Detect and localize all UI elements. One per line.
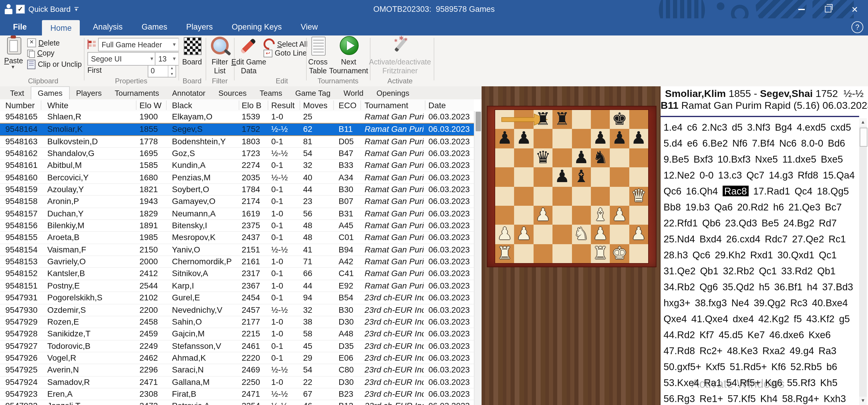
move-token[interactable]: Kh4 [760, 393, 778, 404]
move-token[interactable]: 5.d4 [663, 138, 682, 148]
filter-list-button[interactable]: FilterList [212, 58, 228, 76]
table-row[interactable]: 9547929Rozen,E2458Sahin,O21771-038D3023r… [0, 316, 474, 328]
goto-line-button[interactable]: ↩Goto Line [264, 49, 307, 57]
spinner-arrows[interactable]: ▲▼ [168, 66, 176, 77]
board-square-e1[interactable] [572, 244, 591, 263]
edit-game-data-button[interactable]: Edit GameData [231, 58, 266, 76]
white-pawn-a2[interactable]: ♟ [495, 225, 514, 244]
move-token[interactable]: 45.d5 [718, 329, 743, 340]
board-square-c2[interactable] [533, 225, 553, 244]
move-token[interactable]: Bxe5 [821, 154, 843, 164]
board-square-d6[interactable] [553, 148, 572, 168]
move-token[interactable]: Rxd1 [750, 250, 773, 260]
move-token[interactable]: 18.Qg5 [817, 186, 849, 196]
move-token[interactable]: Kf6 [771, 361, 786, 372]
move-token[interactable]: hxg3+ [663, 297, 690, 308]
table-row[interactable]: 9548157Duchan,Y1829Neumann,A16191-056B31… [0, 208, 474, 220]
move-token[interactable]: Be5 [762, 218, 779, 228]
board-square-g5[interactable] [610, 167, 629, 186]
chess-board[interactable]: ♜♜♚♟♟♟♟♟♛♟♞♟♝♛♟♝♟♟♟♞♟♟♜♜♚ [495, 109, 649, 264]
move-token[interactable]: b6 [826, 361, 837, 372]
current-move[interactable]: Rac8 [722, 186, 749, 196]
move-token[interactable]: 39.Qg2 [754, 297, 785, 308]
board-square-h3[interactable] [629, 206, 648, 225]
column-header-elo-w[interactable]: Elo W [140, 99, 162, 111]
view-tab-annotator[interactable]: Annotator [166, 86, 212, 99]
board-square-c5[interactable] [533, 167, 553, 186]
move-token[interactable]: 20.Rd2 [737, 202, 769, 212]
move-token[interactable]: Bd6 [828, 138, 845, 148]
table-row[interactable]: 9548163Bulkovstein,D1778Bodenshtein,Y180… [0, 136, 474, 148]
move-token[interactable]: Bc7 [825, 202, 842, 212]
move-token[interactable]: 55.Rf3 [787, 377, 816, 388]
table-row[interactable]: 9547924Samadov,R2471Gallana,M22501-022D3… [0, 376, 474, 388]
font-name-combobox[interactable]: Segoe UI▼ [88, 52, 157, 66]
move-token[interactable]: 49.g4 [790, 345, 814, 356]
table-row[interactable]: 9547923Eren,A2308Firat,B2471½-½67B2323rd… [0, 388, 474, 401]
black-knight-f6[interactable]: ♞ [591, 148, 610, 168]
menu-tab-analysis[interactable]: Analysis [84, 18, 132, 35]
white-knight-e2[interactable]: ♞ [572, 225, 591, 244]
move-token[interactable]: d5 [732, 122, 743, 133]
white-pawn-f2[interactable]: ♟ [591, 225, 610, 244]
board-square-h1[interactable] [629, 244, 648, 263]
move-token[interactable]: 4.exd5 [797, 122, 826, 133]
column-header-white[interactable]: White [47, 99, 68, 111]
move-token[interactable]: 33.Rd2 [781, 265, 812, 276]
move-token[interactable]: Rdc7 [765, 234, 788, 244]
table-row[interactable]: 9547922Janzelj,T2472Petrovic,A2254½-½46B… [0, 401, 474, 405]
board-square-e3[interactable] [572, 206, 591, 225]
restore-button[interactable] [815, 0, 841, 18]
move-token[interactable]: 56.Rg3 [663, 393, 695, 404]
move-token[interactable]: 42.Kg2 [758, 313, 789, 324]
move-token[interactable]: Bxf3 [693, 154, 713, 164]
move-token[interactable]: 16.Qh4 [686, 186, 718, 196]
move-token[interactable]: Qc7 [746, 170, 764, 180]
table-scrollbar-thumb[interactable] [476, 112, 481, 131]
black-rook-c8[interactable]: ♜ [533, 110, 553, 129]
move-token[interactable]: Qc1 [819, 250, 837, 260]
move-token[interactable]: h6 [773, 202, 784, 212]
move-token[interactable]: Qg6 [700, 282, 718, 292]
board-square-g4[interactable] [610, 186, 629, 206]
table-row[interactable]: 9548154Vaisman,F2150Yaniv,O2151½-½41B94R… [0, 244, 474, 256]
board-square-b1[interactable] [514, 244, 533, 263]
board-square-a3[interactable] [495, 206, 514, 225]
move-token[interactable]: 36.Bf1 [774, 282, 802, 292]
move-token[interactable]: Kh5 [820, 377, 838, 388]
move-token[interactable]: 27.Qe2 [792, 234, 824, 244]
move-token[interactable]: f5 [794, 313, 802, 324]
move-token[interactable]: 52.Rb5 [790, 361, 822, 372]
board-square-h5[interactable] [629, 167, 648, 186]
board-square-d1[interactable] [553, 244, 572, 263]
move-token[interactable]: Kg6 [765, 377, 783, 388]
scroll-down-icon[interactable]: ▼ [859, 397, 867, 405]
move-token[interactable]: 48.Ke3 [727, 345, 758, 356]
board-square-a8[interactable] [495, 110, 514, 129]
table-row[interactable]: 9548158Aronin,P1943Gamayev,O21740-123B07… [0, 196, 474, 208]
view-tab-games[interactable]: Games [31, 86, 70, 99]
board-square-b6[interactable] [514, 148, 533, 168]
black-bishop-e5[interactable]: ♝ [572, 167, 591, 186]
column-header-date[interactable]: Date [428, 99, 446, 111]
table-row[interactable]: 9548156Bilenkiy,M1891Bitensky,I23750-148… [0, 220, 474, 232]
move-token[interactable]: 53.Kxe4 [663, 377, 699, 388]
board-square-f4[interactable] [591, 186, 610, 206]
table-row[interactable]: 9547931Pogorelskikh,S2102Gurel,E24540-19… [0, 292, 474, 304]
board-square-f8[interactable] [591, 110, 610, 129]
move-token[interactable]: 32.Rb2 [723, 265, 754, 276]
move-token[interactable]: Re1+ [700, 393, 723, 404]
view-tab-world[interactable]: World [337, 86, 370, 99]
table-row[interactable]: 9547926Vogel,R2462Ahmad,K22200-129E0623r… [0, 352, 474, 365]
delete-button[interactable]: ✕Delete [27, 38, 60, 47]
move-token[interactable]: Rd7 [819, 218, 837, 228]
menu-tab-file[interactable]: File [1, 18, 39, 35]
black-pawn-d5[interactable]: ♟ [553, 167, 572, 186]
move-token[interactable]: Ra3 [819, 345, 837, 356]
move-token[interactable]: 34.Rb2 [663, 282, 695, 292]
white-pawn-b2[interactable]: ♟ [514, 225, 533, 244]
menu-tab-view[interactable]: View [291, 18, 327, 35]
move-token[interactable]: 57.Kf5 [728, 393, 756, 404]
move-token[interactable]: Rc2+ [700, 345, 723, 356]
move-token[interactable]: 47.Rd8 [663, 345, 695, 356]
